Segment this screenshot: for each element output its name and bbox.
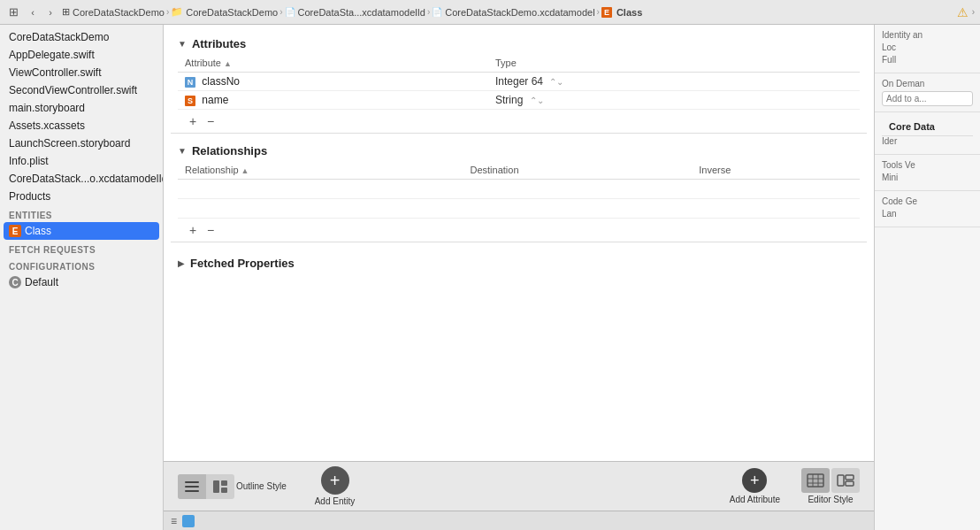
entities-section-header: ENTITIES (0, 205, 163, 222)
add-attribute-inline-button[interactable]: + (185, 113, 201, 129)
add-entity-label: Add Entity (315, 496, 356, 506)
sidebar-item-class[interactable]: E Class (4, 222, 159, 240)
svg-rect-5 (221, 488, 227, 493)
remove-relationship-button[interactable]: − (203, 222, 218, 238)
filter-icon[interactable]: ≡ (171, 515, 177, 527)
sidebar-item-mainstoryboard[interactable]: main.storyboard (0, 99, 163, 117)
type-stepper-icon[interactable]: ⌃⌄ (530, 96, 544, 105)
grid-icon[interactable]: ⊞ (5, 4, 21, 20)
outline-style-buttons (178, 474, 234, 499)
sidebar-item-xcdatamodelid[interactable]: CoreDataStack...o.xcdatamodelId (0, 170, 163, 188)
nav-forward-button[interactable]: › (42, 4, 58, 20)
right-mini-label: Mini (882, 173, 973, 182)
right-coredata-title: Core Data (882, 118, 973, 136)
attr-s-icon: S (185, 96, 195, 106)
attr-name-cell: S name (178, 91, 488, 110)
svg-rect-11 (838, 475, 844, 486)
attr-type-cell[interactable]: Integer 64 ⌃⌄ (488, 73, 860, 91)
attributes-table: Attribute ▲ Type N (178, 54, 860, 110)
right-lang-label: Lan (882, 209, 973, 219)
fetched-toggle-icon: ▶ (178, 258, 185, 268)
attributes-section-title-row[interactable]: ▼ Attributes (164, 34, 874, 54)
table-row[interactable]: S name String ⌃⌄ (178, 91, 860, 110)
nav-back-button[interactable]: ‹ (25, 4, 41, 20)
sidebar-item-launchscreen[interactable]: LaunchScreen.storyboard (0, 134, 163, 152)
add-entity-button[interactable]: + Add Entity (315, 466, 356, 506)
add-attribute-plus-icon: + (742, 468, 767, 493)
attr-type-cell[interactable]: String ⌃⌄ (488, 91, 860, 110)
attr-name: classNo (202, 75, 240, 88)
attr-n-icon: N (185, 77, 195, 88)
sidebar-item-assets[interactable]: Assets.xcassets (0, 117, 163, 134)
attributes-toggle-icon: ▼ (178, 39, 187, 49)
right-panel: Identity an Loc Full On Deman Core Data … (874, 25, 980, 530)
table-row (178, 180, 860, 199)
add-attribute-button[interactable]: + Add Attribute (730, 468, 780, 504)
chevron-icon: › (972, 7, 975, 17)
warning-icon: ⚠ (957, 5, 969, 19)
breadcrumb-item-3[interactable]: 📄 CoreDataSta...xcdatamodelId (285, 7, 425, 18)
sidebar-item-appdelegate[interactable]: AppDelegate.swift (0, 46, 163, 64)
table-row (178, 199, 860, 219)
rel-sort-arrow-icon: ▲ (241, 166, 249, 175)
col-type: Type (488, 54, 860, 73)
relationships-section-title-row[interactable]: ▼ Relationships (164, 141, 874, 161)
outline-list-button[interactable] (178, 474, 206, 499)
outline-style-group: Outline Style (178, 474, 287, 499)
top-bar: ⊞ ‹ › ⊞ CoreDataStackDemo › 📁 CoreDataSt… (0, 0, 980, 25)
right-add-input[interactable] (882, 91, 973, 106)
svg-rect-0 (185, 481, 199, 483)
col-inverse: Inverse (692, 161, 860, 180)
right-codegen-section: Code Ge Lan (875, 191, 980, 227)
type-stepper-icon[interactable]: ⌃⌄ (549, 77, 563, 87)
fetched-properties-section[interactable]: ▶ Fetched Properties (164, 250, 874, 277)
attributes-table-actions: + − (178, 110, 860, 133)
right-ider-label: Ider (882, 136, 973, 146)
right-toolsver-section: Tools Ve Mini (875, 155, 980, 191)
right-loc-label: Loc (882, 42, 973, 52)
breadcrumb-item-1[interactable]: ⊞ CoreDataStackDemo (62, 6, 165, 18)
sidebar-item-products[interactable]: Products (0, 188, 163, 205)
col-attribute[interactable]: Attribute ▲ (178, 54, 488, 73)
content-area: ▼ Attributes Attribute ▲ Typ (164, 25, 874, 461)
svg-rect-2 (185, 490, 199, 492)
config-icon: C (9, 276, 21, 288)
right-identity-label: Identity an (882, 30, 973, 40)
status-bar: ≡ (164, 511, 874, 530)
breadcrumb-item-4[interactable]: 📄 CoreDataStackDemo.xcdatamodel (432, 7, 594, 18)
attributes-section: ▼ Attributes Attribute ▲ Typ (164, 34, 874, 134)
outline-style-label: Outline Style (236, 481, 287, 491)
remove-attribute-button[interactable]: − (203, 113, 218, 129)
breadcrumb-item-5[interactable]: E Class (601, 7, 642, 18)
col-relationship[interactable]: Relationship ▲ (178, 161, 463, 180)
attr-name: name (202, 94, 228, 106)
entity-icon: E (9, 225, 21, 237)
relationships-table-actions: + − (178, 219, 860, 242)
sidebar-item-viewcontroller[interactable]: ViewController.swift (0, 64, 163, 81)
editor-table-button[interactable] (801, 468, 830, 493)
sidebar-item-default[interactable]: C Default (0, 273, 163, 291)
svg-rect-13 (846, 481, 854, 486)
sidebar-item-infoplist[interactable]: Info.plist (0, 152, 163, 170)
main-layout: CoreDataStackDemo AppDelegate.swift View… (0, 25, 980, 530)
relationships-section-title: Relationships (192, 144, 267, 157)
right-coredata-section: Core Data Ider (875, 112, 980, 155)
breadcrumb: ⊞ CoreDataStackDemo › 📁 CoreDataStackDem… (62, 6, 953, 18)
config-label: Default (25, 276, 58, 288)
sidebar-items: CoreDataStackDemo AppDelegate.swift View… (0, 25, 163, 530)
editor-graph-button[interactable] (831, 468, 860, 493)
sidebar-item-secondvc[interactable]: SecondViewController.swift (0, 81, 163, 99)
breadcrumb-item-2[interactable]: 📁 CoreDataStackDemo (171, 6, 278, 18)
add-relationship-button[interactable]: + (185, 222, 201, 238)
bottom-toolbar: Outline Style + Add Entity + Add Attribu… (164, 461, 874, 511)
attributes-section-body: Attribute ▲ Type N (164, 54, 874, 133)
relationships-table: Relationship ▲ Destination Inverse (178, 161, 860, 219)
relationships-section: ▼ Relationships Relationship ▲ (164, 141, 874, 242)
divider (171, 133, 867, 134)
divider (171, 242, 867, 242)
entity-label: Class (25, 225, 51, 237)
sidebar-item-coredatastackdemo[interactable]: CoreDataStackDemo (0, 28, 163, 46)
fetch-requests-header: FETCH REQUESTS (0, 240, 163, 257)
outline-detail-button[interactable] (206, 474, 234, 499)
table-row[interactable]: N classNo Integer 64 ⌃⌄ (178, 73, 860, 91)
